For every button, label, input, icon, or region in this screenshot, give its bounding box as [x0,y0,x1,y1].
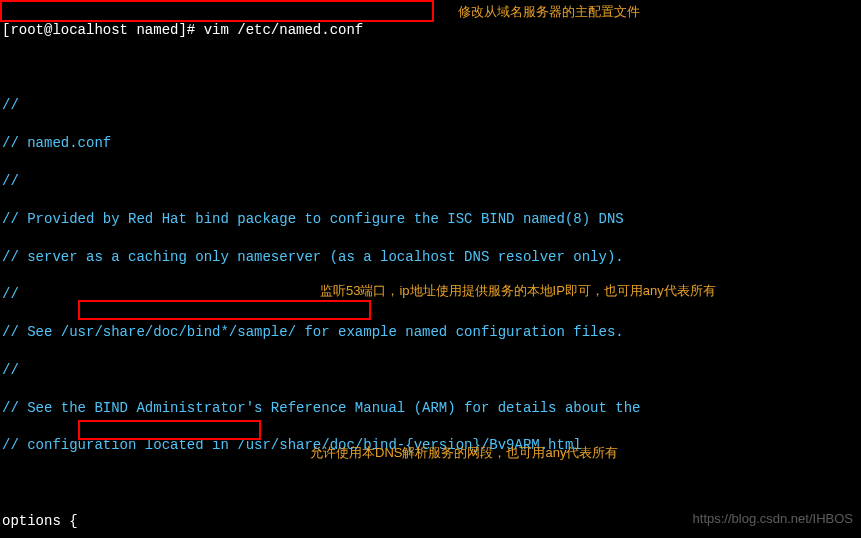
shell-command: vim /etc/named.conf [204,22,364,38]
comment-line: // [2,172,859,191]
watermark-text: https://blog.csdn.net/IHBOS [693,510,853,528]
shell-prompt: [root@localhost named]# [2,22,204,38]
highlight-box-allow-query [78,420,261,440]
highlight-box-listen-on [78,300,371,320]
comment-line: // [2,361,859,380]
annotation-command: 修改从域名服务器的主配置文件 [458,3,640,21]
comment-line: // named.conf [2,134,859,153]
highlight-box-command [0,0,434,22]
comment-line: // See /usr/share/doc/bind*/sample/ for … [2,323,859,342]
comment-line: // server as a caching only nameserver (… [2,248,859,267]
annotation-listen-on: 监听53端口，ip地址使用提供服务的本地IP即可，也可用any代表所有 [320,282,716,300]
comment-line: // Provided by Red Hat bind package to c… [2,210,859,229]
comment-line: // [2,96,859,115]
annotation-allow-query: 允许使用本DNS解析服务的网段，也可用any代表所有 [310,444,618,462]
comment-line: // See the BIND Administrator's Referenc… [2,399,859,418]
